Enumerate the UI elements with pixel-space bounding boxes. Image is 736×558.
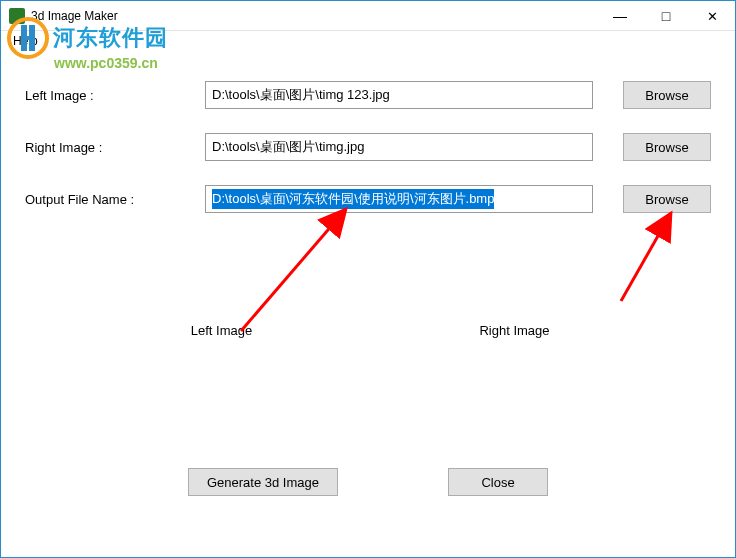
right-image-label: Right Image : <box>25 140 205 155</box>
output-file-row: Output File Name : D:\tools\桌面\河东软件园\使用说… <box>25 185 711 213</box>
browse-left-button[interactable]: Browse <box>623 81 711 109</box>
window-controls: — □ ✕ <box>597 1 735 31</box>
right-image-input[interactable] <box>205 133 593 161</box>
left-image-row: Left Image : Browse <box>25 81 711 109</box>
output-file-input[interactable]: D:\tools\桌面\河东软件园\使用说明\河东图片.bmp <box>205 185 593 213</box>
minimize-button[interactable]: — <box>597 1 643 31</box>
bottom-actions: Generate 3d Image Close <box>25 468 711 496</box>
output-file-label: Output File Name : <box>25 192 205 207</box>
titlebar: 3d Image Maker — □ ✕ <box>1 1 735 31</box>
generate-button[interactable]: Generate 3d Image <box>188 468 338 496</box>
menubar: Help <box>1 31 735 51</box>
preview-row: Left Image Right Image <box>25 323 711 338</box>
left-image-input[interactable] <box>205 81 593 109</box>
browse-output-button[interactable]: Browse <box>623 185 711 213</box>
right-image-row: Right Image : Browse <box>25 133 711 161</box>
window-title: 3d Image Maker <box>31 9 118 23</box>
left-image-label: Left Image : <box>25 88 205 103</box>
output-file-value: D:\tools\桌面\河东软件园\使用说明\河东图片.bmp <box>212 189 494 209</box>
browse-right-button[interactable]: Browse <box>623 133 711 161</box>
close-button[interactable]: ✕ <box>689 1 735 31</box>
close-dialog-button[interactable]: Close <box>448 468 548 496</box>
app-icon <box>9 8 25 24</box>
preview-right-label: Right Image <box>368 323 661 338</box>
main-content: Left Image : Browse Right Image : Browse… <box>1 51 735 516</box>
maximize-button[interactable]: □ <box>643 1 689 31</box>
preview-left-label: Left Image <box>75 323 368 338</box>
menu-help[interactable]: Help <box>7 32 44 50</box>
